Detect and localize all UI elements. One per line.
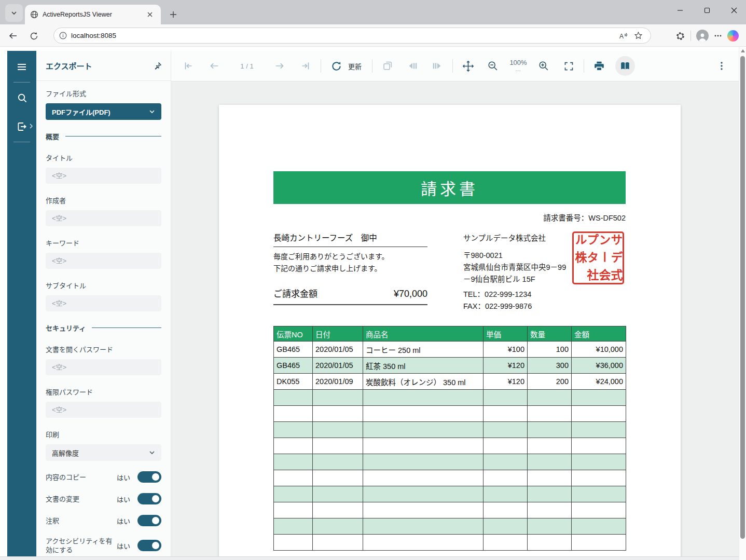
company-seal-stamp: サンプルデータ株式会社 — [572, 231, 624, 284]
table-header-row: 伝票NO日付商品名単価数量金額 — [274, 326, 626, 342]
previous-page-button[interactable] — [204, 56, 224, 76]
zoom-level-display[interactable]: 100% … — [504, 59, 533, 73]
pan-move-icon — [462, 60, 474, 72]
keywords-field-input[interactable] — [46, 253, 161, 269]
history-back-button[interactable] — [403, 56, 422, 76]
toggle-value: はい — [117, 494, 130, 504]
plus-icon — [170, 11, 177, 18]
search-button[interactable] — [10, 86, 33, 109]
table-cell — [274, 486, 313, 502]
export-panel: エクスポート ファイル形式 PDFファイル(PDF) 概要 タイトル 作成者 キ… — [36, 51, 171, 556]
star-icon — [634, 31, 643, 40]
toggle-switch[interactable] — [137, 471, 161, 483]
toggle-switch[interactable] — [137, 493, 161, 504]
open-password-input[interactable] — [46, 359, 161, 375]
pin-panel-button[interactable] — [153, 61, 162, 71]
table-cell — [528, 454, 572, 470]
company-block: サンプルデータ株式会社 〒980-0021 宮城県仙台市青葉区中央9－99 －9… — [463, 233, 575, 312]
zoom-in-button[interactable] — [534, 56, 554, 76]
window-minimize-button[interactable] — [668, 0, 692, 21]
company-name: サンプルデータ株式会社 — [463, 233, 575, 244]
scrollbar-thumb[interactable] — [740, 56, 745, 539]
fullscreen-button[interactable] — [559, 56, 578, 76]
scroll-up-arrow-icon[interactable] — [741, 49, 745, 52]
toggle-switch[interactable] — [137, 515, 161, 526]
menu-button[interactable] — [10, 56, 33, 78]
toggle-switch[interactable] — [137, 540, 161, 551]
export-button[interactable] — [10, 115, 33, 138]
first-page-button[interactable] — [178, 56, 198, 76]
table-cell: 2020/01/09 — [313, 374, 363, 390]
pin-icon — [153, 61, 162, 71]
table-cell — [274, 502, 313, 518]
print-button[interactable] — [589, 56, 609, 76]
settings-more-button[interactable] — [714, 32, 722, 40]
maximize-icon — [704, 7, 710, 13]
company-address1: 宮城県仙台市青葉区中央9－99 — [463, 262, 575, 274]
table-header-cell: 金額 — [572, 326, 626, 342]
reload-button[interactable] — [26, 28, 42, 44]
chevron-right-icon — [29, 123, 34, 129]
ellipsis-icon — [714, 32, 722, 40]
table-row: DK0552020/01/09炭酸飲料（オレンジ） 350 ml¥120200¥… — [274, 374, 626, 390]
profile-avatar[interactable] — [696, 30, 709, 42]
company-tel: TEL：022-999-1234 — [463, 289, 575, 301]
parent-report-button[interactable] — [378, 56, 397, 76]
refresh-label[interactable]: 更新 — [348, 61, 362, 71]
subject-field-input[interactable] — [46, 295, 161, 311]
tab-search-button[interactable] — [5, 4, 23, 22]
copilot-icon[interactable] — [727, 30, 739, 42]
file-format-label: ファイル形式 — [46, 88, 161, 98]
print-quality-select[interactable]: 高解像度 — [46, 444, 161, 461]
browser-tab[interactable]: ActiveReportsJS Viewer — [25, 5, 161, 24]
document-area[interactable]: 請求書 請求書番号：WS-DF502 長崎カントリーフーズ 御中 毎度ご利用あり… — [171, 81, 739, 556]
invoice-amount-row: ご請求金額 ¥70,000 — [273, 286, 427, 305]
zoom-out-button[interactable] — [483, 56, 503, 76]
read-aloud-button[interactable]: A — [616, 29, 631, 43]
amount-label: ご請求金額 — [273, 286, 317, 299]
vertical-scrollbar[interactable] — [739, 47, 746, 560]
back-button[interactable] — [5, 28, 21, 44]
toggle-value: はい — [117, 516, 130, 526]
table-row: GB4652020/01/05コーヒー 250 ml¥100100¥10,000 — [274, 342, 626, 358]
table-cell: GB465 — [274, 358, 313, 374]
company-fax: FAX：022-999-9876 — [463, 301, 575, 312]
file-format-value: PDFファイル(PDF) — [52, 107, 110, 117]
new-tab-button[interactable] — [166, 7, 181, 22]
extensions-button[interactable] — [675, 31, 685, 41]
last-page-button[interactable] — [296, 56, 315, 76]
divider — [584, 59, 584, 73]
arrow-left-icon — [8, 31, 18, 40]
tab-close-button[interactable] — [144, 9, 156, 20]
refresh-button[interactable] — [326, 56, 346, 76]
table-cell: 200 — [528, 374, 572, 390]
table-cell — [528, 406, 572, 422]
permission-password-input[interactable] — [46, 402, 161, 418]
pan-tool-button[interactable] — [458, 56, 478, 76]
zoom-menu-indicator: … — [504, 66, 533, 73]
table-header-cell: 数量 — [528, 326, 572, 342]
sidebar-toggle-button[interactable] — [615, 56, 635, 76]
author-field-input[interactable] — [46, 210, 161, 226]
table-cell — [363, 454, 483, 470]
file-format-select[interactable]: PDFファイル(PDF) — [46, 103, 161, 120]
table-cell — [572, 470, 626, 486]
more-options-button[interactable] — [712, 56, 731, 76]
stamp-column-text: サンプル — [575, 234, 621, 251]
report-viewer: エクスポート ファイル形式 PDFファイル(PDF) 概要 タイトル 作成者 キ… — [7, 51, 739, 556]
company-postal: 〒980-0021 — [463, 250, 575, 262]
title-field-input[interactable] — [46, 168, 161, 184]
toggle-label: アクセシビリティを有効にする — [46, 537, 117, 554]
next-page-button[interactable] — [270, 56, 289, 76]
favorites-button[interactable] — [631, 29, 645, 43]
history-forward-button[interactable] — [427, 56, 447, 76]
horizontal-scrollbar-track[interactable] — [0, 556, 739, 560]
table-cell — [274, 535, 313, 551]
url-bar[interactable]: localhost:8085 A — [53, 28, 651, 44]
window-close-button[interactable] — [722, 0, 746, 21]
table-cell — [274, 422, 313, 438]
table-cell — [528, 438, 572, 454]
window-maximize-button[interactable] — [695, 0, 719, 21]
zoom-in-icon — [538, 60, 549, 72]
table-cell — [528, 486, 572, 502]
